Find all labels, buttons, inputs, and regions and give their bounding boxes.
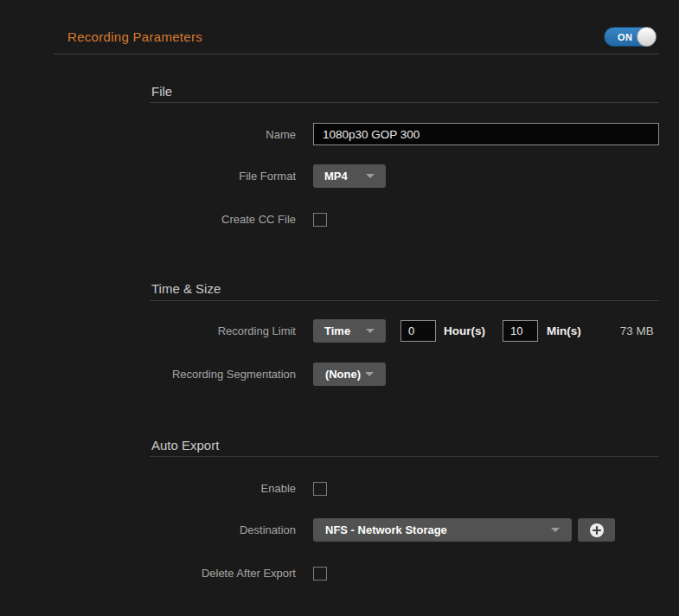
file-section-divider bbox=[150, 102, 659, 103]
destination-dropdown[interactable]: NFS - Network Storage bbox=[313, 518, 572, 542]
chevron-down-icon bbox=[365, 372, 374, 376]
name-input[interactable] bbox=[313, 123, 659, 145]
enable-row: Enable bbox=[0, 481, 679, 496]
destination-value: NFS - Network Storage bbox=[325, 523, 447, 536]
create-cc-checkbox[interactable] bbox=[313, 213, 327, 227]
recording-segmentation-row: Recording Segmentation (None) bbox=[0, 363, 679, 386]
hours-unit-label: Hour(s) bbox=[444, 324, 485, 337]
minutes-input[interactable] bbox=[503, 320, 538, 342]
file-format-value: MP4 bbox=[324, 170, 348, 183]
time-size-section-divider bbox=[150, 300, 659, 301]
toggle-knob[interactable] bbox=[637, 27, 657, 47]
auto-export-section-divider bbox=[150, 456, 659, 457]
file-format-label: File Format bbox=[0, 170, 296, 183]
recording-limit-label: Recording Limit bbox=[0, 324, 296, 337]
chevron-down-icon bbox=[551, 528, 560, 532]
file-format-dropdown[interactable]: MP4 bbox=[313, 164, 386, 188]
recording-limit-type-value: Time bbox=[324, 324, 350, 337]
chevron-down-icon bbox=[366, 329, 375, 333]
file-format-row: File Format MP4 bbox=[0, 164, 679, 188]
enable-checkbox[interactable] bbox=[313, 482, 327, 496]
destination-row: Destination NFS - Network Storage bbox=[0, 518, 679, 542]
destination-label: Destination bbox=[0, 523, 296, 536]
recording-parameters-toggle[interactable]: ON bbox=[604, 27, 657, 47]
add-destination-button[interactable] bbox=[578, 518, 615, 542]
delete-after-export-checkbox[interactable] bbox=[313, 567, 327, 581]
name-label: Name bbox=[0, 128, 296, 141]
minutes-unit-label: Min(s) bbox=[547, 324, 581, 337]
hours-input[interactable] bbox=[400, 320, 436, 342]
toggle-on-label: ON bbox=[618, 32, 633, 42]
delete-after-export-label: Delete After Export bbox=[0, 567, 296, 580]
estimated-size-text: 73 MB bbox=[620, 324, 654, 337]
auto-export-section-title: Auto Export bbox=[151, 438, 219, 452]
chevron-down-icon bbox=[366, 174, 375, 178]
recording-segmentation-dropdown[interactable]: (None) bbox=[313, 363, 386, 386]
recording-segmentation-value: (None) bbox=[325, 368, 361, 381]
recording-segmentation-label: Recording Segmentation bbox=[0, 368, 296, 381]
plus-circle-icon bbox=[589, 523, 605, 538]
create-cc-row: Create CC File bbox=[0, 212, 679, 227]
file-section-title: File bbox=[151, 84, 172, 99]
create-cc-label: Create CC File bbox=[0, 213, 296, 226]
page-title: Recording Parameters bbox=[67, 29, 202, 44]
header-divider bbox=[54, 54, 659, 55]
recording-limit-type-dropdown[interactable]: Time bbox=[313, 319, 386, 343]
delete-after-export-row: Delete After Export bbox=[0, 566, 679, 581]
recording-limit-row: Recording Limit Time Hour(s) Min(s) 73 M… bbox=[0, 319, 679, 343]
time-size-section-title: Time & Size bbox=[151, 281, 221, 296]
name-row: Name bbox=[0, 123, 679, 145]
enable-label: Enable bbox=[0, 482, 296, 495]
